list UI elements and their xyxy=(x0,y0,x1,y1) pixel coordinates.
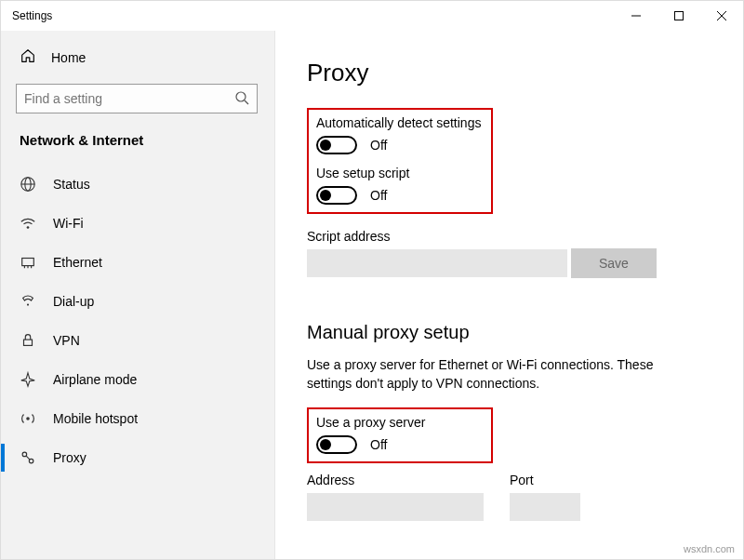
setup-script-label: Use setup script xyxy=(316,166,484,180)
script-address-input[interactable] xyxy=(307,249,567,277)
sidebar-item-label: Dial-up xyxy=(53,294,94,309)
sidebar-item-label: Airplane mode xyxy=(53,372,137,387)
home-label: Home xyxy=(51,50,86,65)
sidebar-item-label: Wi-Fi xyxy=(53,216,84,231)
sidebar-item-vpn[interactable]: VPN xyxy=(1,321,274,360)
sidebar-item-label: Proxy xyxy=(53,450,86,465)
sidebar-item-airplane[interactable]: Airplane mode xyxy=(1,360,274,399)
sidebar-item-wifi[interactable]: Wi-Fi xyxy=(1,204,274,243)
use-proxy-label: Use a proxy server xyxy=(316,415,484,430)
svg-point-14 xyxy=(27,304,29,306)
script-address-label: Script address xyxy=(307,229,711,244)
sidebar-section-title: Network & Internet xyxy=(1,127,274,165)
search-box[interactable] xyxy=(16,84,258,113)
use-proxy-toggle-row: Off xyxy=(316,435,484,454)
window-title: Settings xyxy=(12,9,52,22)
sidebar-item-label: Status xyxy=(53,177,90,192)
content-area: Home Network & Internet Status xyxy=(1,31,743,559)
manual-heading: Manual proxy setup xyxy=(307,322,711,343)
dialup-icon xyxy=(20,293,36,310)
svg-line-19 xyxy=(26,456,30,460)
setup-script-toggle[interactable] xyxy=(316,186,357,205)
manual-description: Use a proxy server for Ethernet or Wi-Fi… xyxy=(307,356,698,393)
hotspot-icon xyxy=(20,410,36,427)
address-input[interactable] xyxy=(307,493,484,521)
svg-point-18 xyxy=(29,459,33,463)
auto-detect-state: Off xyxy=(370,138,387,153)
svg-rect-15 xyxy=(24,340,33,345)
svg-point-9 xyxy=(27,226,30,229)
search-input[interactable] xyxy=(24,91,234,106)
auto-detect-toggle-row: Off xyxy=(316,136,484,154)
sidebar-item-proxy[interactable]: Proxy xyxy=(1,438,274,477)
manual-highlight-box: Use a proxy server Off xyxy=(307,407,493,463)
search-icon xyxy=(234,90,249,108)
sidebar-item-ethernet[interactable]: Ethernet xyxy=(1,243,274,282)
search-wrap xyxy=(1,76,274,127)
address-col: Address xyxy=(307,473,484,538)
minimize-button[interactable] xyxy=(615,1,658,31)
proxy-icon xyxy=(20,449,36,466)
auto-detect-toggle[interactable] xyxy=(316,136,357,154)
close-button[interactable] xyxy=(700,1,743,31)
home-icon xyxy=(20,47,36,67)
svg-point-4 xyxy=(236,92,246,101)
ethernet-icon xyxy=(20,254,36,271)
sidebar-item-label: VPN xyxy=(53,333,80,348)
svg-point-16 xyxy=(26,417,30,420)
titlebar: Settings xyxy=(1,1,743,31)
svg-point-17 xyxy=(22,452,27,457)
settings-window: Settings Home xyxy=(0,0,744,560)
main-panel: Proxy Automatically detect settings Off … xyxy=(275,31,743,559)
svg-rect-10 xyxy=(22,259,34,266)
address-label: Address xyxy=(307,473,484,487)
use-proxy-toggle[interactable] xyxy=(316,435,357,454)
sidebar-item-dialup[interactable]: Dial-up xyxy=(1,282,274,321)
use-proxy-state: Off xyxy=(370,437,387,452)
port-input[interactable] xyxy=(510,493,580,521)
sidebar-home[interactable]: Home xyxy=(1,38,274,76)
sidebar-item-label: Mobile hotspot xyxy=(53,411,138,426)
airplane-icon xyxy=(20,371,36,388)
svg-rect-1 xyxy=(675,12,684,20)
watermark: wsxdn.com xyxy=(684,543,735,554)
address-port-row: Address Port xyxy=(307,473,711,538)
setup-script-state: Off xyxy=(370,188,387,203)
save-button[interactable]: Save xyxy=(571,248,657,278)
auto-highlight-box: Automatically detect settings Off Use se… xyxy=(307,108,493,214)
sidebar: Home Network & Internet Status xyxy=(1,31,275,559)
sidebar-item-hotspot[interactable]: Mobile hotspot xyxy=(1,399,274,438)
globe-icon xyxy=(20,176,36,193)
window-controls xyxy=(615,1,743,31)
sidebar-item-status[interactable]: Status xyxy=(1,165,274,204)
port-col: Port xyxy=(510,473,580,538)
wifi-icon xyxy=(20,215,36,232)
port-label: Port xyxy=(510,473,580,487)
svg-line-5 xyxy=(245,100,248,104)
maximize-button[interactable] xyxy=(658,1,700,31)
page-title: Proxy xyxy=(307,59,711,87)
setup-script-toggle-row: Off xyxy=(316,186,484,205)
vpn-icon xyxy=(20,332,36,349)
auto-detect-label: Automatically detect settings xyxy=(316,115,484,130)
sidebar-item-label: Ethernet xyxy=(53,255,102,270)
